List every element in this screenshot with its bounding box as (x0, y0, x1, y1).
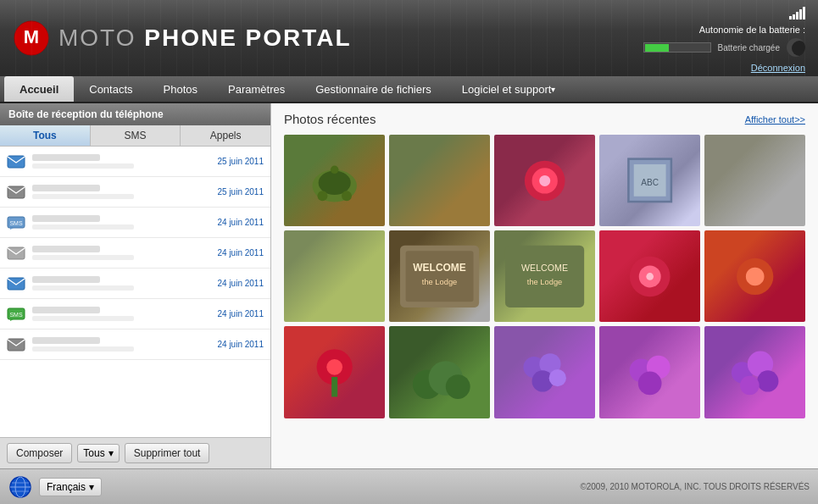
message-icon (7, 338, 25, 352)
svg-rect-28 (406, 251, 474, 302)
msg-content (32, 246, 211, 260)
svg-point-20 (331, 165, 339, 174)
right-panel: Photos récentes Afficher tout>> ABC (271, 103, 818, 468)
msg-content (32, 307, 211, 321)
message-icon (7, 155, 25, 169)
left-panel: Boîte de réception du téléphone Tous SMS… (0, 103, 271, 468)
msg-date-4: 24 juin 2011 (218, 248, 264, 258)
message-row[interactable]: SMS 24 juin 2011 (0, 299, 270, 330)
filter-chevron-icon: ▾ (109, 447, 114, 459)
composer-button[interactable]: Composer (7, 443, 72, 463)
logo-area: M MOTO PHONE PORTAL (13, 19, 352, 57)
photo-thumb-10[interactable] (704, 230, 805, 322)
photos-title: Photos récentes (284, 112, 376, 126)
msg-preview (32, 163, 134, 169)
battery-label: Autonomie de la batterie : (699, 25, 805, 35)
nav-parametres[interactable]: Paramètres (213, 76, 300, 102)
battery-row: Autonomie de la batterie : (699, 25, 805, 35)
svg-rect-31 (505, 246, 584, 307)
svg-rect-15 (8, 339, 25, 351)
svg-point-36 (646, 273, 654, 280)
svg-point-54 (757, 370, 778, 391)
msg-preview (32, 255, 134, 260)
msg-preview (32, 316, 134, 321)
svg-point-23 (539, 175, 550, 186)
language-chevron-icon: ▾ (89, 481, 94, 493)
supprimer-button[interactable]: Supprimer tout (125, 443, 210, 463)
msg-sender (32, 215, 100, 222)
photo-thumb-13[interactable] (494, 326, 595, 418)
photo-thumb-12[interactable] (389, 326, 490, 418)
photo-thumb-6[interactable] (284, 230, 385, 322)
message-icon (7, 277, 25, 291)
photo-thumb-14[interactable] (599, 326, 700, 418)
svg-rect-4 (8, 186, 25, 198)
photo-thumb-4[interactable]: ABC (599, 135, 700, 226)
msg-date-5: 24 juin 2011 (218, 279, 264, 288)
battery-status: Batterie chargée (718, 43, 780, 53)
photo-thumb-8[interactable]: WELCOMEthe Lodge (494, 230, 595, 322)
title-moto: MOTO (58, 25, 144, 51)
tab-tous[interactable]: Tous (0, 125, 91, 146)
message-row[interactable]: 24 juin 2011 (0, 269, 270, 299)
svg-point-38 (746, 267, 765, 285)
photo-thumb-2[interactable] (389, 135, 490, 226)
left-panel-header: Boîte de réception du téléphone (0, 103, 270, 125)
message-row[interactable]: 25 juin 2011 (0, 177, 270, 208)
svg-rect-10 (8, 278, 25, 290)
msg-date-6: 24 juin 2011 (218, 309, 264, 318)
message-row[interactable]: 24 juin 2011 (0, 330, 270, 360)
message-row[interactable]: 25 juin 2011 (0, 147, 270, 177)
deconnexion-link[interactable]: Déconnexion (751, 63, 805, 73)
svg-marker-6 (10, 228, 14, 230)
svg-point-18 (317, 191, 327, 201)
msg-content (32, 185, 211, 199)
motorola-logo: M (13, 19, 50, 57)
nav-logiciel[interactable]: Logiciel et support (447, 76, 571, 102)
svg-point-40 (326, 359, 342, 375)
photo-thumb-1[interactable] (284, 135, 385, 226)
bottom-bar: Français ▾ ©2009, 2010 MOTOROLA, INC. TO… (0, 468, 818, 504)
svg-rect-8 (8, 247, 25, 259)
app-title: MOTO PHONE PORTAL (58, 25, 352, 52)
globe-icon (8, 475, 32, 499)
header: M MOTO PHONE PORTAL Autonomie de la batt… (0, 0, 818, 76)
photo-thumb-15[interactable] (704, 326, 805, 418)
nav-gestionnaire[interactable]: Gestionnaire de fichiers (300, 76, 447, 102)
svg-text:SMS: SMS (9, 220, 23, 226)
bottom-left: Français ▾ (8, 475, 102, 499)
tab-appels[interactable]: Appels (181, 125, 270, 146)
msg-date-7: 24 juin 2011 (218, 340, 264, 349)
message-row[interactable]: 24 juin 2011 (0, 238, 270, 269)
photo-thumb-5[interactable] (704, 135, 805, 226)
svg-text:WELCOME: WELCOME (521, 263, 568, 273)
photo-thumb-9[interactable] (599, 230, 700, 322)
sms-icon: SMS (7, 307, 25, 321)
photo-thumb-7[interactable]: WELCOMEthe Lodge (389, 230, 490, 322)
tab-sms[interactable]: SMS (91, 125, 181, 146)
photo-thumb-3[interactable] (494, 135, 595, 226)
battery-bar (643, 42, 711, 53)
nav-photos[interactable]: Photos (148, 76, 213, 102)
msg-content (32, 337, 211, 352)
svg-text:WELCOME: WELCOME (413, 262, 466, 274)
msg-sender (32, 185, 100, 191)
svg-point-19 (342, 191, 352, 201)
language-select[interactable]: Français ▾ (39, 478, 102, 496)
main-content: Boîte de réception du téléphone Tous SMS… (0, 103, 818, 468)
filter-select[interactable]: Tous ▾ (77, 444, 119, 462)
battery-fill (645, 44, 669, 52)
msg-content (32, 154, 211, 169)
svg-point-48 (549, 369, 566, 386)
copyright-text: ©2009, 2010 MOTOROLA, INC. TOUS DROITS R… (580, 482, 810, 491)
photos-grid: ABC WELCOMEthe Lodge WELCOMEthe Lodge (284, 135, 805, 418)
afficher-tout-link[interactable]: Afficher tout>> (745, 114, 805, 125)
photo-thumb-11[interactable] (284, 326, 385, 418)
top-right-area: Autonomie de la batterie : Batterie char… (643, 7, 805, 74)
signal-bars (789, 7, 805, 19)
msg-sender (32, 307, 100, 313)
nav-accueil[interactable]: Accueil (4, 76, 74, 102)
nav-contacts[interactable]: Contacts (74, 76, 147, 102)
svg-point-55 (740, 375, 760, 395)
message-row[interactable]: SMS 24 juin 2011 (0, 208, 270, 238)
